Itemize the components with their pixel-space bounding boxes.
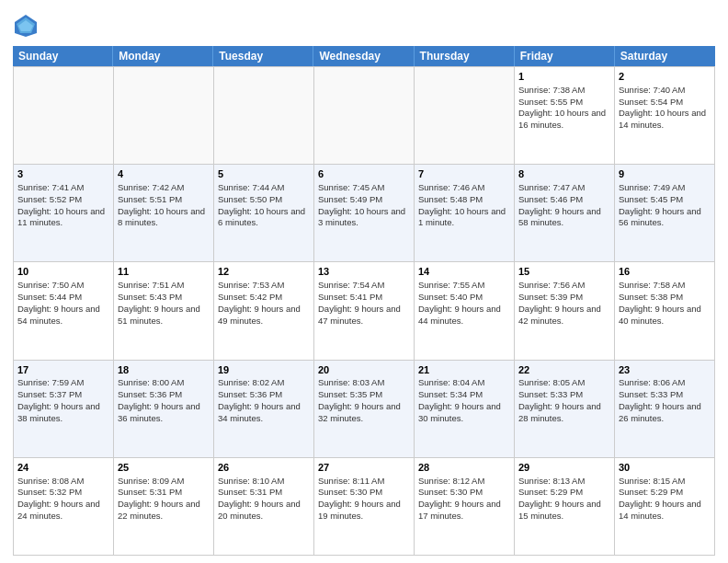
calendar-cell: 3Sunrise: 7:41 AMSunset: 5:52 PMDaylight… <box>14 165 114 262</box>
day-info: Sunrise: 8:11 AMSunset: 5:30 PMDaylight:… <box>318 476 401 521</box>
day-number: 10 <box>17 265 109 279</box>
day-info: Sunrise: 7:53 AMSunset: 5:42 PMDaylight:… <box>218 280 301 325</box>
calendar-header-cell: Monday <box>113 46 213 66</box>
page: SundayMondayTuesdayWednesdayThursdayFrid… <box>0 0 728 563</box>
day-info: Sunrise: 8:12 AMSunset: 5:30 PMDaylight:… <box>418 476 501 521</box>
day-info: Sunrise: 7:40 AMSunset: 5:54 PMDaylight:… <box>619 85 706 130</box>
day-number: 28 <box>418 461 510 475</box>
day-number: 2 <box>619 70 711 84</box>
calendar-cell-empty <box>314 67 415 165</box>
day-info: Sunrise: 8:15 AMSunset: 5:29 PMDaylight:… <box>619 476 701 521</box>
calendar-cell: 11Sunrise: 7:51 AMSunset: 5:43 PMDayligh… <box>114 262 214 360</box>
day-info: Sunrise: 7:49 AMSunset: 5:45 PMDaylight:… <box>619 182 701 227</box>
day-number: 17 <box>17 363 109 377</box>
calendar-cell: 21Sunrise: 8:04 AMSunset: 5:34 PMDayligh… <box>415 361 515 458</box>
calendar-cell: 30Sunrise: 8:15 AMSunset: 5:29 PMDayligh… <box>615 458 715 556</box>
calendar-cell: 1Sunrise: 7:38 AMSunset: 5:55 PMDaylight… <box>515 67 615 165</box>
calendar-header: SundayMondayTuesdayWednesdayThursdayFrid… <box>13 46 715 66</box>
calendar-cell: 17Sunrise: 7:59 AMSunset: 5:37 PMDayligh… <box>14 361 114 458</box>
calendar-header-cell: Thursday <box>415 46 515 66</box>
calendar-cell: 25Sunrise: 8:09 AMSunset: 5:31 PMDayligh… <box>114 458 214 556</box>
day-number: 8 <box>518 167 610 181</box>
calendar-header-cell: Friday <box>515 46 615 66</box>
day-number: 20 <box>318 363 410 377</box>
calendar-cell: 5Sunrise: 7:44 AMSunset: 5:50 PMDaylight… <box>214 165 314 262</box>
calendar-cell: 9Sunrise: 7:49 AMSunset: 5:45 PMDaylight… <box>615 165 715 262</box>
calendar-cell: 4Sunrise: 7:42 AMSunset: 5:51 PMDaylight… <box>114 165 214 262</box>
day-info: Sunrise: 8:04 AMSunset: 5:34 PMDaylight:… <box>418 377 501 422</box>
calendar-header-cell: Sunday <box>13 46 113 66</box>
day-number: 30 <box>619 461 711 475</box>
calendar-cell: 29Sunrise: 8:13 AMSunset: 5:29 PMDayligh… <box>515 458 615 556</box>
day-info: Sunrise: 7:38 AMSunset: 5:55 PMDaylight:… <box>518 85 606 130</box>
day-info: Sunrise: 7:58 AMSunset: 5:38 PMDaylight:… <box>619 280 701 325</box>
calendar-cell: 23Sunrise: 8:06 AMSunset: 5:33 PMDayligh… <box>615 361 715 458</box>
day-info: Sunrise: 7:47 AMSunset: 5:46 PMDaylight:… <box>518 182 601 227</box>
day-number: 12 <box>218 265 310 279</box>
day-info: Sunrise: 7:51 AMSunset: 5:43 PMDaylight:… <box>118 280 200 325</box>
calendar-cell: 18Sunrise: 8:00 AMSunset: 5:36 PMDayligh… <box>114 361 214 458</box>
day-number: 3 <box>17 167 109 181</box>
calendar-cell: 16Sunrise: 7:58 AMSunset: 5:38 PMDayligh… <box>615 262 715 360</box>
calendar-header-cell: Saturday <box>615 46 715 66</box>
day-number: 19 <box>218 363 310 377</box>
day-info: Sunrise: 8:06 AMSunset: 5:33 PMDaylight:… <box>619 377 701 422</box>
day-info: Sunrise: 7:59 AMSunset: 5:37 PMDaylight:… <box>17 377 100 422</box>
day-number: 13 <box>318 265 410 279</box>
day-info: Sunrise: 8:05 AMSunset: 5:33 PMDaylight:… <box>518 377 601 422</box>
day-number: 7 <box>418 167 510 181</box>
day-number: 26 <box>218 461 310 475</box>
calendar-header-cell: Wednesday <box>313 46 414 66</box>
day-number: 21 <box>418 363 510 377</box>
calendar-cell: 19Sunrise: 8:02 AMSunset: 5:36 PMDayligh… <box>214 361 314 458</box>
day-number: 24 <box>17 461 109 475</box>
day-number: 6 <box>318 167 410 181</box>
day-number: 14 <box>418 265 510 279</box>
day-number: 11 <box>118 265 210 279</box>
calendar-cell: 26Sunrise: 8:10 AMSunset: 5:31 PMDayligh… <box>214 458 314 556</box>
calendar-cell: 7Sunrise: 7:46 AMSunset: 5:48 PMDaylight… <box>415 165 515 262</box>
day-info: Sunrise: 8:00 AMSunset: 5:36 PMDaylight:… <box>118 377 200 422</box>
calendar-cell-empty <box>214 67 314 165</box>
calendar-body: 1Sunrise: 7:38 AMSunset: 5:55 PMDaylight… <box>13 66 715 556</box>
calendar-cell: 8Sunrise: 7:47 AMSunset: 5:46 PMDaylight… <box>515 165 615 262</box>
day-number: 27 <box>318 461 410 475</box>
day-info: Sunrise: 8:13 AMSunset: 5:29 PMDaylight:… <box>518 476 601 521</box>
day-number: 16 <box>619 265 711 279</box>
day-number: 5 <box>218 167 310 181</box>
day-info: Sunrise: 7:44 AMSunset: 5:50 PMDaylight:… <box>218 182 305 227</box>
day-info: Sunrise: 8:08 AMSunset: 5:32 PMDaylight:… <box>17 476 100 521</box>
calendar-cell: 24Sunrise: 8:08 AMSunset: 5:32 PMDayligh… <box>14 458 114 556</box>
calendar-cell-empty <box>14 67 114 165</box>
calendar-header-cell: Tuesday <box>213 46 313 66</box>
day-info: Sunrise: 7:50 AMSunset: 5:44 PMDaylight:… <box>17 280 100 325</box>
calendar-cell: 27Sunrise: 8:11 AMSunset: 5:30 PMDayligh… <box>314 458 415 556</box>
day-info: Sunrise: 8:10 AMSunset: 5:31 PMDaylight:… <box>218 476 301 521</box>
day-info: Sunrise: 8:09 AMSunset: 5:31 PMDaylight:… <box>118 476 200 521</box>
calendar-cell: 14Sunrise: 7:55 AMSunset: 5:40 PMDayligh… <box>415 262 515 360</box>
day-info: Sunrise: 7:46 AMSunset: 5:48 PMDaylight:… <box>418 182 506 227</box>
calendar-cell: 13Sunrise: 7:54 AMSunset: 5:41 PMDayligh… <box>314 262 415 360</box>
logo <box>13 13 41 39</box>
calendar: SundayMondayTuesdayWednesdayThursdayFrid… <box>13 46 715 556</box>
day-info: Sunrise: 8:03 AMSunset: 5:35 PMDaylight:… <box>318 377 401 422</box>
calendar-cell: 15Sunrise: 7:56 AMSunset: 5:39 PMDayligh… <box>515 262 615 360</box>
calendar-cell: 12Sunrise: 7:53 AMSunset: 5:42 PMDayligh… <box>214 262 314 360</box>
header <box>13 9 715 39</box>
day-number: 9 <box>619 167 711 181</box>
day-number: 18 <box>118 363 210 377</box>
day-number: 4 <box>118 167 210 181</box>
calendar-cell: 22Sunrise: 8:05 AMSunset: 5:33 PMDayligh… <box>515 361 615 458</box>
logo-icon <box>13 13 39 39</box>
day-number: 1 <box>518 70 610 84</box>
calendar-cell: 28Sunrise: 8:12 AMSunset: 5:30 PMDayligh… <box>415 458 515 556</box>
calendar-cell-empty <box>415 67 515 165</box>
day-info: Sunrise: 7:41 AMSunset: 5:52 PMDaylight:… <box>17 182 105 227</box>
day-number: 15 <box>518 265 610 279</box>
calendar-cell: 2Sunrise: 7:40 AMSunset: 5:54 PMDaylight… <box>615 67 715 165</box>
day-number: 29 <box>518 461 610 475</box>
day-number: 22 <box>518 363 610 377</box>
day-info: Sunrise: 7:54 AMSunset: 5:41 PMDaylight:… <box>318 280 401 325</box>
day-number: 23 <box>619 363 711 377</box>
day-info: Sunrise: 7:45 AMSunset: 5:49 PMDaylight:… <box>318 182 405 227</box>
